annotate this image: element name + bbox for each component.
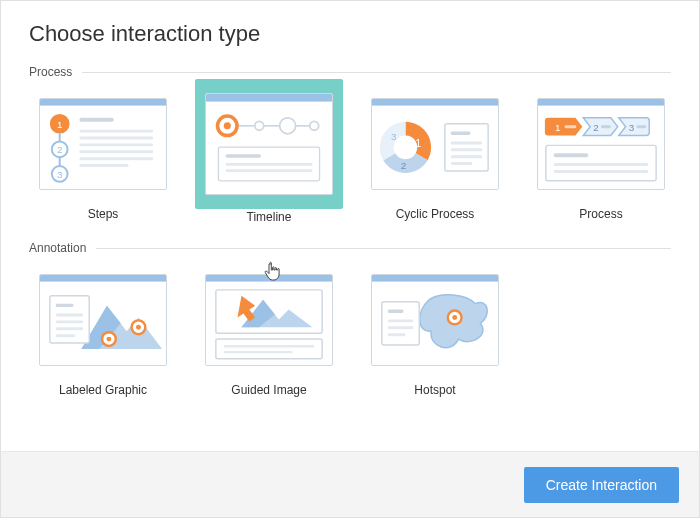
svg-rect-51 xyxy=(56,321,84,324)
svg-text:1: 1 xyxy=(555,122,560,133)
option-label: Cyclic Process xyxy=(396,207,475,221)
svg-rect-12 xyxy=(79,151,153,154)
option-label: Steps xyxy=(88,207,119,221)
svg-point-47 xyxy=(136,325,141,330)
section-label-text: Annotation xyxy=(29,241,86,255)
svg-text:2: 2 xyxy=(593,122,598,133)
dialog-title: Choose interaction type xyxy=(29,21,671,47)
svg-point-17 xyxy=(224,122,231,129)
svg-rect-39 xyxy=(636,126,646,129)
option-timeline[interactable]: Timeline xyxy=(195,89,343,221)
svg-rect-42 xyxy=(554,163,649,166)
svg-rect-23 xyxy=(226,163,313,166)
option-label: Hotspot xyxy=(414,383,455,397)
svg-rect-9 xyxy=(79,130,153,133)
option-label: Timeline xyxy=(247,210,292,224)
svg-text:1: 1 xyxy=(57,119,62,130)
svg-text:2: 2 xyxy=(57,145,62,156)
svg-rect-49 xyxy=(56,304,74,307)
divider xyxy=(96,248,671,249)
svg-rect-62 xyxy=(388,320,414,323)
svg-rect-37 xyxy=(601,126,611,129)
choose-interaction-dialog: Choose interaction type Process 1 xyxy=(0,0,700,518)
svg-rect-50 xyxy=(56,314,84,317)
divider xyxy=(82,72,671,73)
process-grid: 1 2 3 xyxy=(29,89,671,221)
svg-point-19 xyxy=(280,118,296,134)
cyclic-process-icon: 1 2 3 xyxy=(372,106,498,189)
svg-rect-41 xyxy=(554,154,588,158)
svg-rect-30 xyxy=(451,142,483,145)
svg-rect-35 xyxy=(565,126,577,129)
svg-rect-14 xyxy=(79,164,128,167)
dialog-footer: Create Interaction xyxy=(1,451,699,517)
create-interaction-button[interactable]: Create Interaction xyxy=(524,467,679,503)
option-cyclic-process[interactable]: 1 2 3 xyxy=(361,89,509,221)
option-label: Guided Image xyxy=(231,383,306,397)
option-process[interactable]: 1 2 3 xyxy=(527,89,675,221)
svg-point-20 xyxy=(310,121,319,130)
option-label: Labeled Graphic xyxy=(59,383,147,397)
svg-rect-29 xyxy=(451,132,471,135)
section-label-process: Process xyxy=(29,65,671,79)
option-hotspot[interactable]: Hotspot xyxy=(361,265,509,397)
svg-rect-31 xyxy=(451,149,483,152)
svg-rect-13 xyxy=(79,158,153,161)
svg-rect-61 xyxy=(388,310,404,313)
option-guided-image[interactable]: Guided Image xyxy=(195,265,343,397)
svg-rect-8 xyxy=(79,118,113,122)
svg-rect-10 xyxy=(79,137,153,140)
svg-rect-24 xyxy=(226,169,313,172)
annotation-grid: Labeled Graphic xyxy=(29,265,671,397)
svg-text:3: 3 xyxy=(391,132,397,143)
svg-point-59 xyxy=(452,315,457,320)
steps-icon: 1 2 3 xyxy=(40,106,166,189)
svg-rect-55 xyxy=(216,339,322,359)
svg-rect-63 xyxy=(388,327,414,330)
svg-rect-43 xyxy=(554,170,649,173)
svg-text:3: 3 xyxy=(629,122,635,133)
svg-text:1: 1 xyxy=(415,138,421,150)
svg-rect-33 xyxy=(451,162,473,165)
svg-rect-57 xyxy=(224,351,293,353)
svg-rect-60 xyxy=(382,302,419,345)
option-labeled-graphic[interactable]: Labeled Graphic xyxy=(29,265,177,397)
svg-rect-52 xyxy=(56,328,84,331)
svg-rect-32 xyxy=(451,156,483,159)
option-label: Process xyxy=(579,207,622,221)
timeline-icon xyxy=(206,102,332,194)
svg-rect-64 xyxy=(388,334,406,337)
hotspot-icon xyxy=(372,282,498,365)
process-icon: 1 2 3 xyxy=(538,106,664,189)
svg-rect-11 xyxy=(79,144,153,147)
svg-point-45 xyxy=(106,337,111,342)
svg-rect-56 xyxy=(224,345,315,347)
svg-point-18 xyxy=(255,121,264,130)
svg-rect-22 xyxy=(226,154,261,158)
svg-rect-53 xyxy=(56,334,76,337)
svg-text:2: 2 xyxy=(401,160,406,171)
dialog-content: Choose interaction type Process 1 xyxy=(1,1,699,451)
section-label-text: Process xyxy=(29,65,72,79)
guided-image-icon xyxy=(206,282,332,365)
labeled-graphic-icon xyxy=(40,282,166,365)
svg-text:3: 3 xyxy=(57,169,63,180)
option-steps[interactable]: 1 2 3 xyxy=(29,89,177,221)
section-label-annotation: Annotation xyxy=(29,241,671,255)
